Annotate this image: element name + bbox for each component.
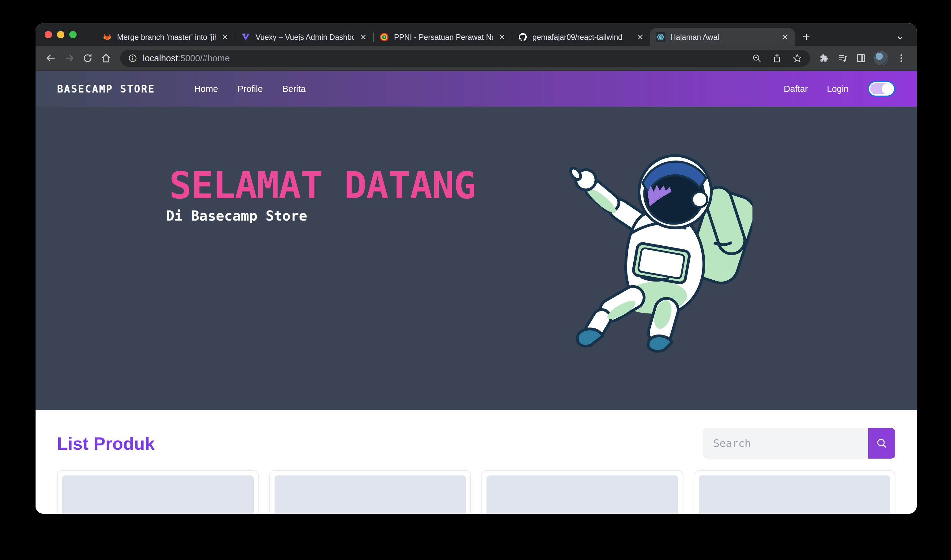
extensions-icon[interactable] — [819, 53, 829, 63]
minimize-window-button[interactable] — [57, 31, 64, 38]
search-icon — [876, 437, 888, 449]
url-text[interactable]: localhost:5000/#home — [143, 53, 230, 63]
close-icon[interactable] — [221, 33, 229, 42]
product-placeholder — [274, 475, 466, 514]
gitlab-icon — [102, 32, 112, 42]
reload-button[interactable] — [80, 51, 95, 66]
vuexy-icon — [241, 32, 251, 42]
traffic-lights — [35, 23, 77, 46]
github-icon — [518, 32, 528, 42]
nav-link-home[interactable]: Home — [194, 84, 218, 94]
toggle-knob — [882, 83, 893, 94]
tab-bar: Merge branch 'master' into 'jih Vuexy – … — [35, 23, 917, 46]
menu-dots-icon[interactable] — [896, 53, 906, 63]
product-card[interactable] — [694, 470, 896, 514]
url-path: :5000/#home — [178, 53, 229, 63]
forward-button[interactable] — [62, 51, 77, 66]
nav-link-berita[interactable]: Berita — [283, 84, 306, 94]
tab-github[interactable]: gemafajar09/react-tailwind — [512, 28, 650, 46]
search-bar — [703, 428, 895, 458]
zoom-window-button[interactable] — [69, 31, 77, 38]
close-icon[interactable] — [636, 33, 645, 42]
brand-logo[interactable]: BASECAMP STORE — [57, 83, 155, 95]
ppni-icon — [379, 32, 389, 42]
share-icon[interactable] — [772, 53, 782, 63]
url-host: localhost — [143, 53, 178, 63]
register-link[interactable]: Daftar — [784, 84, 808, 94]
close-icon[interactable] — [781, 33, 789, 42]
bookmark-star-icon[interactable] — [792, 53, 802, 63]
new-tab-button[interactable] — [798, 28, 815, 45]
nav-link-profile[interactable]: Profile — [238, 84, 263, 94]
product-card[interactable] — [481, 470, 683, 514]
desktop: Merge branch 'master' into 'jih Vuexy – … — [0, 0, 951, 560]
browser-window: Merge branch 'master' into 'jih Vuexy – … — [35, 23, 917, 514]
browser-toolbar: localhost:5000/#home — [35, 46, 917, 71]
tab-ppni[interactable]: PPNI - Persatuan Perawat Nasi — [374, 28, 512, 46]
close-icon[interactable] — [359, 33, 368, 42]
media-playlist-icon[interactable] — [837, 53, 848, 63]
tab-title: Vuexy – Vuejs Admin Dashboar — [255, 33, 354, 42]
address-bar[interactable]: localhost:5000/#home — [120, 50, 810, 67]
site-info-icon[interactable] — [128, 54, 137, 63]
web-page: BASECAMP STORE Home Profile Berita Dafta… — [35, 71, 917, 514]
nav-links: Home Profile Berita — [194, 84, 305, 94]
close-icon[interactable] — [497, 33, 506, 42]
back-button[interactable] — [43, 51, 58, 66]
tabs: Merge branch 'master' into 'jih Vuexy – … — [97, 23, 815, 46]
tab-title: gemafajar09/react-tailwind — [532, 33, 631, 42]
products-heading: List Produk — [57, 433, 155, 454]
product-placeholder — [699, 475, 890, 514]
tab-title: PPNI - Persatuan Perawat Nasi — [394, 33, 492, 42]
product-placeholder — [486, 475, 678, 514]
theme-toggle[interactable] — [868, 81, 895, 97]
profile-avatar[interactable] — [874, 51, 888, 65]
home-button[interactable] — [98, 51, 113, 66]
product-placeholder — [62, 475, 254, 514]
products-section: List Produk — [35, 410, 917, 514]
product-card[interactable] — [269, 470, 471, 514]
hero-section: SELAMAT DATANG Di Basecamp Store — [35, 107, 917, 410]
tab-halaman-awal-active[interactable]: Halaman Awal — [650, 28, 795, 46]
astronaut-illustration — [556, 140, 752, 354]
search-input[interactable] — [703, 428, 868, 458]
site-navbar: BASECAMP STORE Home Profile Berita Dafta… — [35, 71, 917, 107]
hero-title: SELAMAT DATANG — [169, 164, 476, 207]
search-button[interactable] — [868, 428, 895, 458]
login-link[interactable]: Login — [827, 84, 849, 94]
nav-right: Daftar Login — [784, 81, 895, 97]
hero-subtitle: Di Basecamp Store — [166, 208, 307, 224]
tab-gitlab[interactable]: Merge branch 'master' into 'jih — [97, 28, 235, 46]
tab-title: Halaman Awal — [670, 33, 776, 42]
sidebar-icon[interactable] — [856, 53, 866, 63]
product-card[interactable] — [57, 470, 259, 514]
zoom-out-icon[interactable] — [752, 53, 762, 63]
product-grid — [57, 470, 895, 514]
react-icon — [656, 32, 665, 42]
tab-vuexy[interactable]: Vuexy – Vuejs Admin Dashboar — [235, 28, 373, 46]
chevron-down-icon[interactable] — [896, 33, 905, 42]
tab-title: Merge branch 'master' into 'jih — [117, 33, 216, 42]
close-window-button[interactable] — [45, 31, 52, 38]
